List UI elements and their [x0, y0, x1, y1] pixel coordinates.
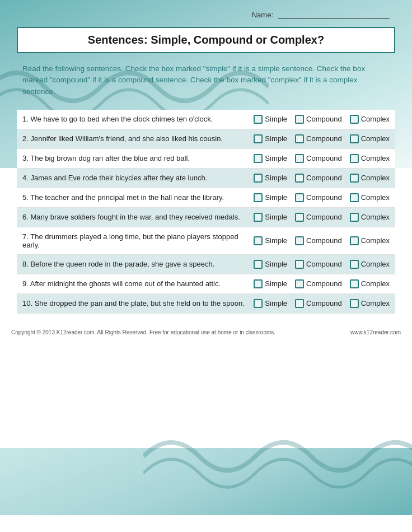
options-group: SimpleCompoundComplex	[249, 236, 390, 245]
checkbox-compound[interactable]	[295, 213, 304, 222]
checkbox-simple[interactable]	[254, 115, 263, 124]
checkbox-compound[interactable]	[295, 134, 304, 143]
checkbox-simple[interactable]	[254, 260, 263, 269]
option-group-complex[interactable]: Complex	[350, 236, 390, 245]
checkbox-compound[interactable]	[295, 174, 304, 183]
name-label: Name:	[252, 11, 273, 19]
checkbox-compound[interactable]	[295, 260, 304, 269]
option-group-simple[interactable]: Simple	[254, 154, 287, 163]
checkbox-complex[interactable]	[350, 174, 359, 183]
option-label-simple: Simple	[265, 213, 287, 221]
checkbox-simple[interactable]	[254, 236, 263, 245]
table-row: 2. Jennifer liked William's friend, and …	[17, 129, 395, 149]
option-group-complex[interactable]: Complex	[350, 174, 390, 183]
option-group-compound[interactable]: Compound	[295, 134, 342, 143]
name-input-line	[278, 10, 390, 19]
option-label-complex: Complex	[361, 260, 390, 268]
checkbox-complex[interactable]	[350, 279, 359, 288]
option-group-compound[interactable]: Compound	[295, 260, 342, 269]
checkbox-simple[interactable]	[254, 154, 263, 163]
option-group-simple[interactable]: Simple	[254, 134, 287, 143]
option-group-simple[interactable]: Simple	[254, 115, 287, 124]
option-label-simple: Simple	[265, 134, 287, 143]
option-label-simple: Simple	[265, 193, 287, 202]
option-group-compound[interactable]: Compound	[295, 299, 342, 308]
option-label-simple: Simple	[265, 154, 287, 162]
options-group: SimpleCompoundComplex	[249, 134, 390, 143]
instructions: Read the following sentences. Check the …	[17, 63, 395, 97]
option-label-simple: Simple	[265, 174, 287, 182]
option-group-compound[interactable]: Compound	[295, 236, 342, 245]
name-row: Name:	[17, 10, 395, 19]
option-label-compound: Compound	[306, 236, 342, 245]
option-group-compound[interactable]: Compound	[295, 115, 342, 124]
sentences-list: 1. We have to go to bed when the clock c…	[17, 110, 395, 314]
option-group-complex[interactable]: Complex	[350, 260, 390, 269]
checkbox-compound[interactable]	[295, 115, 304, 124]
checkbox-complex[interactable]	[350, 115, 359, 124]
table-row: 6. Many brave soldiers fought in the war…	[17, 208, 395, 227]
options-group: SimpleCompoundComplex	[249, 154, 390, 163]
options-group: SimpleCompoundComplex	[249, 213, 390, 222]
option-label-simple: Simple	[265, 299, 287, 307]
checkbox-complex[interactable]	[350, 193, 359, 202]
checkbox-compound[interactable]	[295, 279, 304, 288]
option-label-complex: Complex	[361, 174, 390, 182]
option-group-compound[interactable]: Compound	[295, 213, 342, 222]
checkbox-compound[interactable]	[295, 299, 304, 308]
option-group-complex[interactable]: Complex	[350, 279, 390, 288]
sentence-text: 3. The big brown dog ran after the blue …	[22, 154, 249, 162]
checkbox-compound[interactable]	[295, 154, 304, 163]
option-group-complex[interactable]: Complex	[350, 299, 390, 308]
option-label-simple: Simple	[265, 260, 287, 268]
option-group-simple[interactable]: Simple	[254, 299, 287, 308]
checkbox-complex[interactable]	[350, 213, 359, 222]
option-label-simple: Simple	[265, 236, 287, 245]
checkbox-complex[interactable]	[350, 134, 359, 143]
checkbox-simple[interactable]	[254, 299, 263, 308]
checkbox-complex[interactable]	[350, 236, 359, 245]
options-group: SimpleCompoundComplex	[249, 279, 390, 288]
sentence-text: 9. After midnight the ghosts will come o…	[22, 279, 249, 288]
option-label-complex: Complex	[361, 213, 390, 221]
checkbox-complex[interactable]	[350, 260, 359, 269]
checkbox-simple[interactable]	[254, 134, 263, 143]
checkbox-simple[interactable]	[254, 193, 263, 202]
option-label-compound: Compound	[306, 154, 342, 162]
option-group-compound[interactable]: Compound	[295, 279, 342, 288]
option-group-complex[interactable]: Complex	[350, 193, 390, 202]
checkbox-simple[interactable]	[254, 213, 263, 222]
options-group: SimpleCompoundComplex	[249, 299, 390, 308]
checkbox-complex[interactable]	[350, 299, 359, 308]
option-group-simple[interactable]: Simple	[254, 193, 287, 202]
checkbox-simple[interactable]	[254, 279, 263, 288]
option-group-compound[interactable]: Compound	[295, 174, 342, 183]
option-label-complex: Complex	[361, 279, 390, 288]
option-label-compound: Compound	[306, 134, 342, 143]
option-label-complex: Complex	[361, 134, 390, 143]
checkbox-simple[interactable]	[254, 174, 263, 183]
option-group-simple[interactable]: Simple	[254, 279, 287, 288]
sentence-text: 5. The teacher and the principal met in …	[22, 193, 249, 202]
option-group-simple[interactable]: Simple	[254, 260, 287, 269]
option-label-complex: Complex	[361, 154, 390, 162]
checkbox-complex[interactable]	[350, 154, 359, 163]
option-group-complex[interactable]: Complex	[350, 154, 390, 163]
option-group-compound[interactable]: Compound	[295, 193, 342, 202]
sentence-text: 2. Jennifer liked William's friend, and …	[22, 134, 249, 143]
option-label-compound: Compound	[306, 299, 342, 307]
option-group-complex[interactable]: Complex	[350, 115, 390, 124]
checkbox-compound[interactable]	[295, 193, 304, 202]
option-group-complex[interactable]: Complex	[350, 134, 390, 143]
option-group-complex[interactable]: Complex	[350, 213, 390, 222]
option-group-compound[interactable]: Compound	[295, 154, 342, 163]
option-label-compound: Compound	[306, 193, 342, 202]
option-group-simple[interactable]: Simple	[254, 236, 287, 245]
checkbox-compound[interactable]	[295, 236, 304, 245]
options-group: SimpleCompoundComplex	[249, 260, 390, 269]
option-group-simple[interactable]: Simple	[254, 174, 287, 183]
option-label-complex: Complex	[361, 193, 390, 202]
sentence-text: 10. She dropped the pan and the plate, b…	[22, 299, 249, 307]
option-label-compound: Compound	[306, 279, 342, 288]
option-group-simple[interactable]: Simple	[254, 213, 287, 222]
